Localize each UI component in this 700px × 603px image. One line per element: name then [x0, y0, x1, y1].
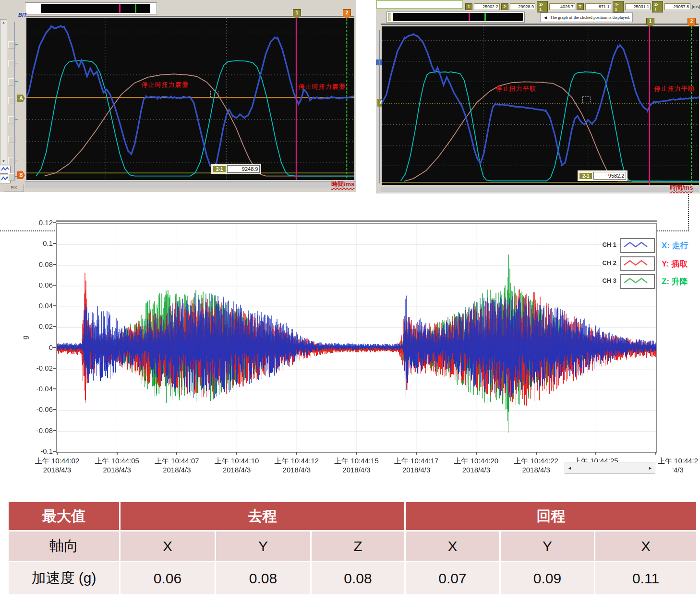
- bottom-scroll-track[interactable]: [381, 187, 699, 193]
- navigator-range[interactable]: [393, 13, 523, 21]
- legend-swatch-box[interactable]: [620, 256, 655, 271]
- x-axis-unit-label: 時間/ms: [670, 183, 693, 192]
- scope-waveform-canvas[interactable]: [382, 26, 699, 185]
- cursor-delta-readout: 2-1 9582.2: [578, 170, 628, 181]
- left-scrollbar[interactable]: ▲ ▼: [0, 19, 7, 164]
- x-tick-date-label: 2018/4/3: [263, 466, 330, 474]
- cursor1-badge[interactable]: 1: [293, 9, 301, 19]
- x-tick-time-label: 上午 10:44:22: [503, 457, 570, 466]
- table-axis-cell: Y: [501, 531, 594, 561]
- legend-swatch-box[interactable]: [620, 274, 655, 289]
- navigator-cursor2-tick[interactable]: [135, 4, 136, 13]
- acceleration-chart-plot[interactable]: [56, 223, 657, 453]
- x-tick-date-label: 2018/4/3: [323, 466, 390, 474]
- zigzag-icon: [621, 275, 652, 286]
- max-acceleration-table: 最大值 去程 回程 軸向 加速度 (g) XYZXYX0.060.080.080…: [9, 502, 696, 594]
- y-tick-mark: [53, 388, 56, 389]
- scroll-up-icon[interactable]: ▲: [0, 21, 7, 24]
- acceleration-waveform-canvas[interactable]: [57, 224, 656, 452]
- scroll-left-icon[interactable]: ◄: [567, 462, 572, 473]
- readout-tag-2-T: 2-T: [652, 1, 663, 12]
- y-tick-label: -0.08: [25, 426, 53, 435]
- delta-value: 9248.9: [227, 165, 260, 173]
- x-tick-time-label: 上午 10:44:10: [203, 457, 270, 466]
- x-tick-date-label: 2018/4/3: [143, 466, 210, 474]
- navigator-range[interactable]: [41, 4, 150, 13]
- overview-navigator-left[interactable]: [25, 2, 157, 14]
- scale-tick: [15, 63, 18, 63]
- cursor1-badge[interactable]: 1: [646, 18, 654, 27]
- scope-panel-left: BIT ▲ ▼ FIX A B 1 2 停止時扭力震盪 停止時扭力震盪 2-1 …: [0, 0, 356, 192]
- x-tick-mark: [595, 452, 596, 455]
- bottom-scroll-track[interactable]: [25, 181, 356, 188]
- annotation-text: 停止扭力平順: [496, 84, 536, 93]
- y-tick-label: 0.12: [25, 218, 53, 227]
- marker-a[interactable]: A: [17, 95, 25, 102]
- table-row-label: 軸向: [9, 531, 119, 561]
- x-tick-mark: [176, 452, 177, 455]
- cursor-delta-readout: 2-1 9248.9: [211, 164, 261, 174]
- x-tick-date-label: 2018/4/3: [24, 466, 91, 474]
- chart-horizontal-scrollbar[interactable]: ◄ ►: [565, 462, 655, 474]
- delta-tag: 2-1: [213, 166, 226, 173]
- y-tick-label: -0.02: [25, 364, 53, 373]
- x-tick-time-label: 上午 10:44:02: [24, 457, 91, 466]
- y-tick-mark: [53, 243, 56, 244]
- x-tick-time-label: 上午 10:44:17: [383, 457, 450, 466]
- zoom-wave-button-1[interactable]: [0, 165, 11, 174]
- readout-tag-2-1: 2-1: [537, 1, 548, 12]
- overview-navigator-right[interactable]: [386, 12, 525, 23]
- x-tick-mark: [536, 452, 537, 455]
- x-tick-date-label: 2018/4/3: [503, 466, 570, 474]
- table-axis-cell: Z: [312, 531, 404, 561]
- x-axis-unit-label: 時間/ms: [331, 180, 354, 189]
- y-tick-label: 0.08: [25, 260, 53, 269]
- table-value-cell: 0.07: [406, 562, 499, 594]
- scale-tick: [15, 139, 18, 139]
- table-header-cell: 最大值: [9, 502, 119, 530]
- navigator-cursor2-tick[interactable]: [484, 13, 486, 21]
- marker-b[interactable]: B: [17, 171, 25, 179]
- legend-channel-label: CH 1: [595, 241, 616, 248]
- cursor-readouts: 125902.2229928.92-14026.7T871.1T-1-25031…: [465, 1, 700, 12]
- y-tick-mark: [53, 430, 56, 431]
- scroll-right-icon[interactable]: ►: [648, 462, 652, 473]
- navigator-cursor1-tick[interactable]: [119, 4, 121, 13]
- table-header-cell: 去程: [121, 502, 404, 530]
- readout-value-2: 29928.9: [510, 3, 536, 10]
- cursor2-badge[interactable]: 2: [343, 9, 351, 19]
- zigzag-icon: [621, 257, 652, 268]
- x-tick-mark: [655, 452, 656, 455]
- legend-swatch-box[interactable]: [620, 238, 655, 253]
- table-axis-cell: Y: [216, 531, 310, 561]
- scope-panel-right: 125902.2229928.92-14026.7T871.1T-1-25031…: [376, 0, 700, 193]
- scroll-down-icon[interactable]: ▼: [0, 159, 7, 163]
- scale-tick: [15, 160, 18, 160]
- divider: [26, 16, 354, 17]
- y-tick-label: 0.02: [25, 322, 53, 331]
- navigator-handle[interactable]: [388, 13, 391, 21]
- y-tick-label: 0: [25, 343, 53, 352]
- scope-plot-right[interactable]: 停止扭力平順 停止扭力平順 2-1 9582.2: [382, 26, 699, 185]
- arrow-left-icon: ◄: [543, 15, 548, 20]
- bit-logo: BIT: [18, 12, 27, 18]
- fix-button[interactable]: FIX: [4, 184, 24, 192]
- cursor-entry-field[interactable]: [376, 0, 463, 9]
- y-tick-label: 0.1: [25, 239, 53, 248]
- x-tick-time-label: 上午 10:44:20: [443, 457, 510, 466]
- readout-tag-T: T: [577, 3, 584, 10]
- navigator-cursor1-tick[interactable]: [469, 13, 470, 21]
- y-tick-mark: [53, 326, 56, 327]
- report-page: BIT ▲ ▼ FIX A B 1 2 停止時扭力震盪 停止時扭力震盪 2-1 …: [0, 0, 700, 603]
- scope-plot-left[interactable]: 停止時扭力震盪 停止時扭力震盪 2-1 9248.9: [26, 18, 354, 180]
- x-tick-mark: [236, 452, 237, 455]
- scale-bracket: [14, 22, 15, 180]
- readout-tag-1: 1: [465, 3, 472, 10]
- x-tick-mark: [117, 452, 118, 455]
- chart-top-border: [56, 220, 657, 222]
- x-tick-time-label: 上午 10:44:05: [84, 457, 151, 466]
- scope-waveform-canvas[interactable]: [26, 18, 354, 180]
- cursor2-badge[interactable]: 2: [688, 18, 696, 27]
- x-tick-mark: [356, 452, 357, 455]
- scale-tick: [15, 119, 18, 120]
